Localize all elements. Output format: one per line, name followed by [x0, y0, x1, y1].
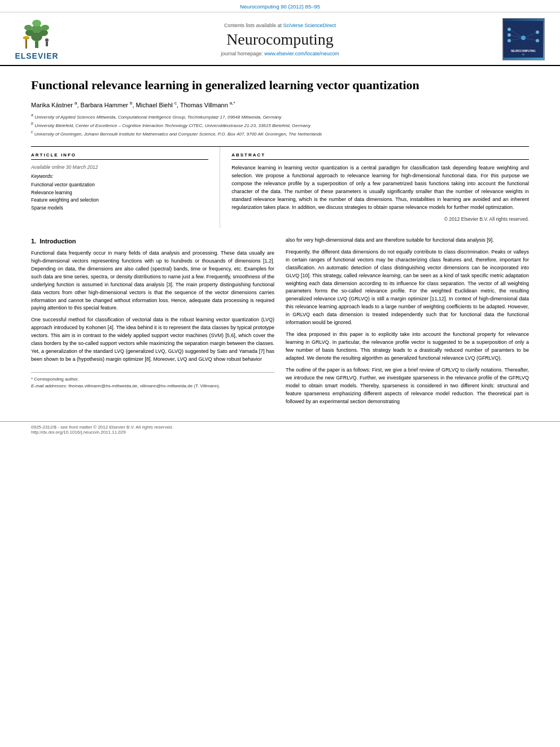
- main-body: 1. Introduction Functional data frequent…: [0, 228, 560, 421]
- body-para-5: The idea proposed in this paper is to ex…: [286, 331, 529, 362]
- intro-heading: 1. Introduction: [31, 237, 274, 246]
- affiliations: a University of Applied Sciences Mittwei…: [31, 112, 529, 137]
- article-info-label: ARTICLE INFO: [31, 152, 208, 160]
- journal-cover-area: NEUROCOMPUTING 90: [498, 18, 549, 60]
- svg-rect-8: [25, 38, 27, 49]
- svg-point-10: [45, 38, 49, 42]
- citation-text: Neurocomputing 90 (2012) 85–95: [240, 3, 320, 10]
- body-para-4: Frequently, the different data dimension…: [286, 248, 529, 327]
- elsevier-tree-icon: [20, 19, 54, 50]
- journal-homepage: journal homepage: www.elsevier.com/locat…: [73, 51, 487, 56]
- page: Neurocomputing 90 (2012) 85–95: [0, 0, 560, 747]
- svg-point-20: [508, 39, 511, 42]
- svg-point-9: [23, 36, 30, 40]
- keywords-label: Keywords:: [31, 173, 208, 179]
- homepage-link[interactable]: www.elsevier.com/locate/neucom: [264, 51, 339, 56]
- sciverse-link[interactable]: SciVerse ScienceDirect: [283, 23, 336, 28]
- journal-citation: Neurocomputing 90 (2012) 85–95: [0, 0, 560, 12]
- keyword-4: Sparse models: [31, 204, 208, 212]
- svg-point-19: [508, 33, 511, 37]
- body-para-1: Functional data frequently occur in many…: [31, 250, 274, 313]
- body-para-2: One successful method for classification…: [31, 316, 274, 364]
- footer-doi: http://dx.doi.org/10.1016/j.neucom.2011.…: [31, 430, 529, 435]
- footnote-email: E-mail addresses: thomas.villmann@hs-mit…: [31, 383, 274, 390]
- svg-point-7: [32, 20, 41, 27]
- footnote-area: * Corresponding author. E-mail addresses…: [31, 372, 274, 390]
- journal-title: Neurocomputing: [73, 30, 487, 49]
- body-para-6: The outline of the paper is as follows: …: [286, 366, 529, 406]
- body-para-3: also for very high-dimensional data and …: [286, 237, 529, 244]
- abstract-col: ABSTRACT Relevance learning in learning …: [220, 147, 529, 228]
- elsevier-name: ELSEVIER: [15, 51, 58, 60]
- keywords-list: Functional vector quantization Relevance…: [31, 181, 208, 212]
- svg-point-23: [536, 39, 539, 42]
- footer: 0925-2312/$ - see front matter © 2012 El…: [0, 421, 560, 438]
- svg-point-18: [508, 28, 511, 31]
- abstract-text: Relevance learning in learning vector qu…: [231, 164, 529, 212]
- article-section: Functional relevance learning in general…: [0, 66, 560, 228]
- contents-available: Contents lists available at SciVerse Sci…: [73, 23, 487, 28]
- copyright: © 2012 Elsevier B.V. All rights reserved…: [231, 216, 529, 222]
- elsevier-logo: ELSEVIER: [15, 19, 58, 60]
- footer-issn: 0925-2312/$ - see front matter © 2012 El…: [31, 425, 529, 430]
- svg-rect-0: [35, 41, 38, 48]
- info-abstract-row: ARTICLE INFO Available online 30 March 2…: [31, 146, 529, 228]
- article-info-col: ARTICLE INFO Available online 30 March 2…: [31, 147, 220, 228]
- svg-rect-11: [46, 42, 48, 46]
- keyword-3: Feature weighting and selection: [31, 196, 208, 204]
- svg-point-6: [41, 25, 49, 30]
- keyword-1: Functional vector quantization: [31, 181, 208, 189]
- section-title-text: Introduction: [40, 238, 76, 244]
- article-title: Functional relevance learning in general…: [31, 77, 529, 94]
- svg-point-21: [521, 36, 526, 40]
- abstract-label: ABSTRACT: [231, 152, 529, 160]
- journal-info: Contents lists available at SciVerse Sci…: [62, 18, 498, 60]
- journal-cover: NEUROCOMPUTING 90: [502, 18, 545, 60]
- body-col-left: 1. Introduction Functional data frequent…: [31, 237, 274, 410]
- elsevier-logo-area: ELSEVIER: [11, 18, 62, 60]
- section-number: 1.: [31, 238, 36, 244]
- svg-point-5: [24, 25, 32, 30]
- svg-text:NEUROCOMPUTING: NEUROCOMPUTING: [511, 50, 536, 53]
- cover-graphic: NEUROCOMPUTING 90: [504, 21, 543, 58]
- journal-header: ELSEVIER Contents lists available at Sci…: [0, 12, 560, 66]
- svg-point-22: [536, 30, 539, 34]
- footnote-corresponding: * Corresponding author.: [31, 376, 274, 383]
- svg-text:90: 90: [522, 54, 524, 56]
- keyword-2: Relevance learning: [31, 189, 208, 197]
- authors-line: Marika Kästner a, Barbara Hammer b, Mich…: [31, 101, 529, 108]
- available-online: Available online 30 March 2012: [31, 164, 208, 170]
- body-col-right: also for very high-dimensional data and …: [286, 237, 529, 410]
- body-columns: 1. Introduction Functional data frequent…: [31, 237, 529, 410]
